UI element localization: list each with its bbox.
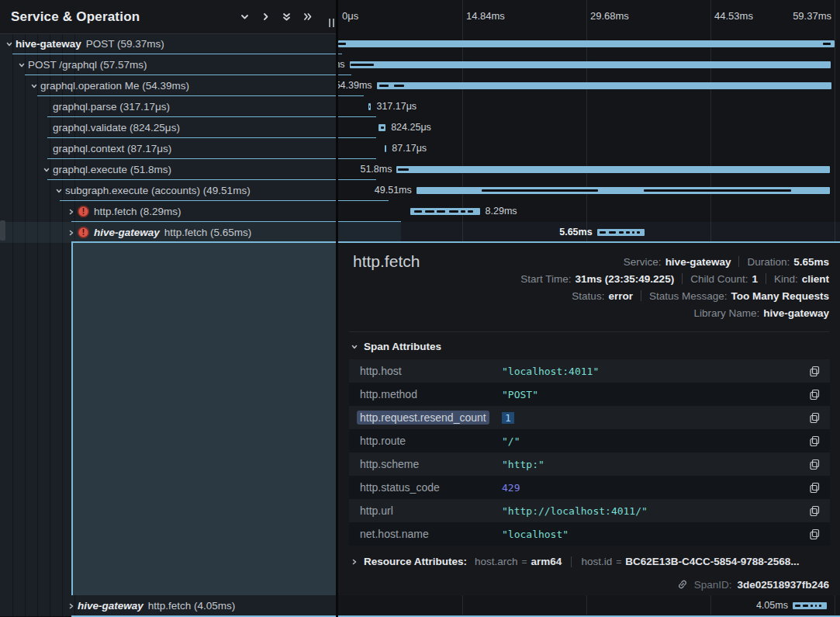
span-attributes-toggle[interactable]: Span Attributes (351, 341, 441, 352)
tree-row-chevron-slot[interactable] (28, 82, 40, 90)
span-bar-child-marker (632, 231, 634, 234)
span-bar[interactable] (385, 145, 386, 152)
tree-row-chevron-slot[interactable] (65, 208, 78, 216)
chevron-right-icon[interactable] (261, 12, 271, 22)
copy-button[interactable] (804, 412, 821, 424)
span-bar[interactable] (417, 187, 831, 194)
resource-attributes-toggle[interactable]: Resource Attributes: host.arch=arm64host… (351, 556, 800, 567)
chevron-down-icon (55, 187, 63, 195)
attribute-value-selection: 1 (502, 412, 514, 424)
attribute-row[interactable]: http.route"/" (349, 429, 830, 452)
copy-button[interactable] (804, 505, 821, 517)
meta-label: Child Count: (690, 273, 748, 285)
timeline-row[interactable]: 5.65ms (338, 222, 840, 243)
span-attributes-table: http.host"localhost:4011"http.method"POS… (349, 359, 830, 546)
copy-button[interactable] (804, 389, 821, 400)
timeline-row[interactable]: 54.39ms (338, 75, 840, 96)
attribute-row[interactable]: net.host.name"localhost" (349, 522, 830, 546)
timeline-row[interactable]: 8.29ms (338, 201, 840, 222)
copy-button[interactable] (804, 366, 821, 377)
tree-row[interactable]: POST /graphql (57.57ms) (0, 54, 351, 75)
chevron-right-icon (67, 229, 75, 237)
span-bar[interactable] (379, 124, 385, 131)
attribute-row[interactable]: http.method"POST" (349, 383, 830, 406)
span-duration-label: 87.17μs (392, 138, 427, 159)
copy-button[interactable] (804, 529, 821, 540)
ruler-tick-label: 0μs (342, 10, 358, 22)
panel-divider[interactable] (336, 0, 338, 617)
timeline-row[interactable]: 317.17μs (338, 96, 840, 117)
link-icon[interactable] (676, 578, 689, 591)
span-bar[interactable] (793, 602, 827, 609)
timeline-row[interactable]: 4.05ms (338, 595, 840, 616)
span-bar[interactable] (377, 82, 831, 89)
span-bar[interactable] (597, 229, 645, 236)
span-bar-child-marker (468, 210, 472, 213)
timeline-row[interactable]: 49.51ms (338, 180, 840, 201)
span-bar[interactable] (338, 40, 835, 47)
tree-row[interactable]: graphql.parse (317.17μs) (0, 96, 376, 117)
span-bar-child-marker (379, 85, 389, 87)
tree-header-controls (240, 0, 313, 33)
tree-row[interactable]: graphql.validate (824.25μs) (0, 117, 376, 138)
double-chevron-right-icon[interactable] (302, 12, 313, 22)
chevron-down-icon (18, 61, 26, 69)
timeline-row[interactable]: 824.25μs (338, 117, 840, 138)
service-name: hive-gateway (78, 600, 143, 612)
span-bar-child-marker (819, 605, 821, 607)
copy-button[interactable] (804, 482, 821, 494)
tree-row-chevron-slot[interactable] (53, 187, 65, 195)
span-name-label: graphql.validate (824.25μs) (53, 122, 180, 133)
detail-meta-line: Start Time:31ms (23:35:49.225)Child Coun… (520, 270, 829, 287)
chevron-down-icon[interactable] (240, 12, 250, 22)
tree-row[interactable]: hive-gatewayPOST (59.37ms) (0, 33, 339, 54)
timeline-row[interactable]: 87.17μs (338, 138, 840, 159)
span-bar[interactable] (410, 208, 479, 215)
tree-row[interactable]: graphql.execute (51.8ms) (0, 159, 376, 180)
tree-row-chevron-slot[interactable] (40, 166, 53, 174)
tree-row[interactable]: graphql.operation Me (54.39ms) (0, 75, 364, 96)
attribute-row[interactable]: http.request.resend_count1 (349, 406, 830, 429)
scrollbar-thumb[interactable] (0, 220, 5, 241)
copy-icon (809, 366, 821, 377)
ruler-tick-label: 44.53ms (714, 10, 753, 22)
attribute-row[interactable]: http.status_code429 (349, 476, 830, 499)
chevron-down-icon (351, 343, 358, 351)
detail-meta-line: Library Name:hive-gateway (693, 304, 829, 321)
tree-row-chevron-slot[interactable] (3, 40, 16, 48)
tree-row[interactable]: graphql.context (87.17μs) (0, 138, 376, 159)
span-bar[interactable] (350, 61, 831, 68)
copy-button[interactable] (804, 435, 821, 447)
meta-divider (738, 256, 739, 267)
ruler-tick-label: 14.84ms (466, 10, 505, 22)
tree-header: Service & Operation (0, 0, 336, 34)
panel-resize-handle[interactable] (329, 19, 334, 27)
attribute-row[interactable]: http.url"http://localhost:4011/" (349, 499, 830, 522)
span-duration-label: 49.51ms (375, 180, 412, 201)
timeline-row[interactable]: 51.8ms (338, 159, 840, 180)
timeline-row[interactable]: 59.37ms (338, 33, 840, 54)
resource-value: arm64 (531, 556, 562, 567)
span-bar[interactable] (368, 103, 371, 110)
copy-button[interactable] (804, 459, 821, 470)
double-chevron-down-icon[interactable] (282, 12, 292, 22)
detail-row-left-fill (71, 243, 336, 595)
timeline-row[interactable]: 57.57ms (338, 54, 840, 75)
copy-icon (809, 412, 821, 424)
attribute-row[interactable]: http.host"localhost:4011" (349, 359, 830, 383)
detail-meta-line: Status:errorStatus Message:Too Many Requ… (572, 287, 829, 304)
meta-divider (682, 273, 683, 284)
span-duration-label: 51.8ms (360, 159, 392, 180)
tree-row-chevron-slot[interactable] (65, 602, 78, 610)
span-name-label: graphql.operation Me (54.39ms) (40, 80, 189, 92)
tree-row-chevron-slot[interactable] (16, 61, 28, 69)
resource-attributes-items: host.arch=arm64host.id=BC62E13B-C4CC-585… (475, 556, 800, 567)
chevron-down-icon (30, 82, 38, 90)
tree-row[interactable]: subgraph.execute (accounts) (49.51ms) (0, 180, 389, 201)
attribute-row[interactable]: http.scheme"http:" (349, 452, 830, 476)
span-bar-child-marker (619, 231, 624, 234)
tree-row-chevron-slot[interactable] (65, 229, 78, 237)
span-bar-child-marker (398, 168, 408, 171)
span-bar[interactable] (396, 166, 829, 173)
detail-meta-line: Service:hive-gatewayDuration:5.65ms (624, 253, 829, 270)
